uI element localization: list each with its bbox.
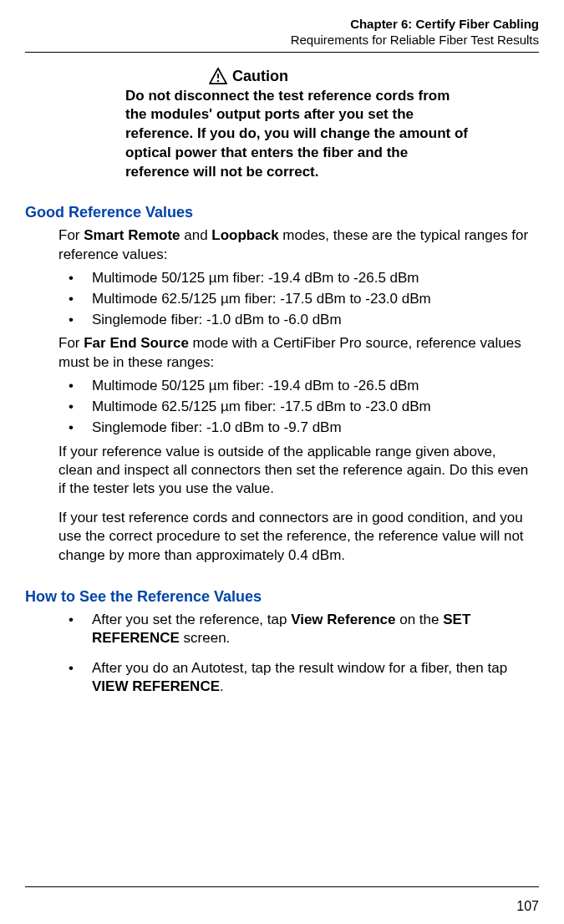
text-run: After you set the reference, tap <box>92 612 291 627</box>
text-run: After you do an Autotest, tap the result… <box>92 660 507 676</box>
paragraph: If your test reference cords and connect… <box>58 509 531 565</box>
text-run: and <box>180 227 212 243</box>
page-number: 107 <box>516 899 539 914</box>
chapter-title: Chapter 6: Certify Fiber Cabling <box>25 17 539 33</box>
text-bold: Smart Remote <box>84 227 180 243</box>
spacer <box>25 570 539 588</box>
text-run: For <box>58 335 84 351</box>
reference-list-1: Multimode 50/125 µm fiber: -19.4 dBm to … <box>58 269 531 329</box>
caution-block: Caution Do not disconnect the test refer… <box>125 68 539 183</box>
list-item: After you do an Autotest, tap the result… <box>58 659 531 696</box>
text-bold: View Reference <box>291 612 395 627</box>
svg-point-1 <box>217 80 219 82</box>
header-rule <box>25 52 539 53</box>
list-item: Multimode 62.5/125 µm fiber: -17.5 dBm t… <box>58 398 531 416</box>
list-item: After you set the reference, tap View Re… <box>58 611 531 647</box>
running-header: Chapter 6: Certify Fiber Cabling Require… <box>25 17 539 48</box>
section-heading-good-reference: Good Reference Values <box>25 204 539 221</box>
text-bold: Far End Source <box>84 335 189 351</box>
intro-paragraph-1: For Smart Remote and Loopback modes, the… <box>58 226 531 264</box>
caution-heading: Caution <box>125 68 472 85</box>
list-item: Singlemode fiber: -1.0 dBm to -9.7 dBm <box>58 419 531 437</box>
section-body-1: For Smart Remote and Loopback modes, the… <box>58 226 539 565</box>
text-run: screen. <box>180 630 230 646</box>
text-run: on the <box>396 612 444 627</box>
reference-list-2: Multimode 50/125 µm fiber: -19.4 dBm to … <box>58 377 531 437</box>
paragraph: If your reference value is outside of th… <box>58 443 531 499</box>
list-item: Multimode 50/125 µm fiber: -19.4 dBm to … <box>58 269 531 287</box>
text-run: . <box>220 678 224 694</box>
how-to-list: After you set the reference, tap View Re… <box>58 611 531 696</box>
list-item: Multimode 62.5/125 µm fiber: -17.5 dBm t… <box>58 290 531 308</box>
document-page: Chapter 6: Certify Fiber Cabling Require… <box>0 0 564 924</box>
section-body-2: After you set the reference, tap View Re… <box>58 611 539 696</box>
intro-paragraph-2: For Far End Source mode with a CertiFibe… <box>58 334 531 372</box>
section-heading-how-to-see: How to See the Reference Values <box>25 588 539 606</box>
text-bold: Loopback <box>211 227 278 243</box>
footer-rule <box>25 886 539 887</box>
section-title: Requirements for Reliable Fiber Test Res… <box>25 33 539 48</box>
text-bold: VIEW REFERENCE <box>92 678 220 694</box>
warning-triangle-icon <box>209 68 227 84</box>
list-item: Multimode 50/125 µm fiber: -19.4 dBm to … <box>58 377 531 395</box>
list-item: Singlemode fiber: -1.0 dBm to -6.0 dBm <box>58 311 531 329</box>
text-run: For <box>58 227 84 243</box>
caution-text: Do not disconnect the test reference cor… <box>125 87 472 183</box>
caution-label: Caution <box>232 68 288 85</box>
